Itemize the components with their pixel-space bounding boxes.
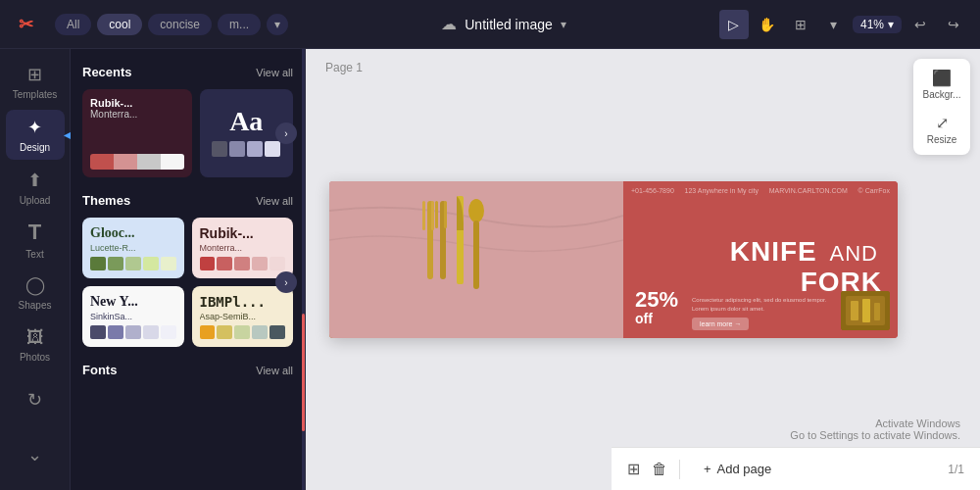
banner-discount-off: off <box>635 311 678 326</box>
grid-chevron-button[interactable]: ▾ <box>819 10 849 39</box>
page-label: Page 1 <box>325 61 363 74</box>
svg-rect-5 <box>435 201 438 228</box>
logo-button[interactable]: ✂ <box>12 11 39 38</box>
design-panel: Recents View all Rubik-... Monterra... <box>71 49 306 490</box>
bottom-divider <box>679 460 680 479</box>
svg-rect-12 <box>851 301 858 320</box>
document-title[interactable]: Untitled image <box>465 17 553 32</box>
theme-card-2[interactable]: Rubik-... Monterra... <box>192 218 294 278</box>
recents-view-all[interactable]: View all <box>256 67 293 78</box>
theme-card-1[interactable]: Glooc... Lucette-R... <box>82 218 184 278</box>
mini-swatch-4 <box>265 141 280 157</box>
theme-2-swatch-4 <box>252 257 268 270</box>
cursor-tool-button[interactable]: ▷ <box>719 10 749 39</box>
theme-1-swatch-5 <box>161 257 176 270</box>
shapes-icon: ◯ <box>25 274 45 296</box>
tag-m[interactable]: m... <box>218 14 261 35</box>
themes-header: Themes View all <box>82 193 293 208</box>
text-icon: T <box>28 220 41 245</box>
recents-title: Recents <box>82 65 132 79</box>
theme-1-swatch-4 <box>143 257 159 270</box>
recent-card-1-colors <box>90 154 184 170</box>
banner-cta: Consectetur adipiscing elit, sed do eius… <box>692 296 834 330</box>
banner-brand: MARVIN.CARLTON.COM <box>769 187 848 194</box>
banner-title-and: AND <box>830 241 878 266</box>
banner-photo-svg <box>329 181 623 338</box>
sidebar-item-design[interactable]: ✦ Design ◄ <box>6 110 65 161</box>
expand-icon: ⌄ <box>27 444 42 466</box>
design-banner[interactable]: +01-456-7890 123 Anywhere in My city MAR… <box>329 181 898 338</box>
sidebar-item-design-label: Design <box>20 142 50 153</box>
tag-cool[interactable]: cool <box>97 14 142 35</box>
canvas-toolbar: ⬛ Backgr... ⤢ Resize <box>913 59 970 155</box>
mini-swatch-1 <box>212 141 227 157</box>
redo-button[interactable]: ↪ <box>939 10 968 39</box>
sidebar-item-expand[interactable]: ⌄ <box>6 427 65 482</box>
panel-scrollbar[interactable] <box>302 49 305 490</box>
theme-3-swatch-5 <box>161 325 176 339</box>
themes-nav-right-button[interactable]: › <box>275 271 297 293</box>
themes-section: Themes View all Glooc... Lucette-R... <box>71 185 305 355</box>
theme-3-swatch-1 <box>90 325 106 339</box>
cloud-icon: ☁ <box>441 15 457 33</box>
theme-1-swatch-2 <box>108 257 123 270</box>
banner-discount-number: 25% <box>635 289 678 311</box>
topbar: ✂ All cool concise m... ▾ ☁ Untitled ima… <box>0 0 980 49</box>
recent-card-1[interactable]: Rubik-... Monterra... <box>82 89 192 177</box>
panel-scrollbar-thumb <box>302 314 305 431</box>
canvas-area: Page 1 ⬛ Backgr... ⤢ Resize <box>306 49 980 490</box>
sidebar-item-upload[interactable]: ⬆ Upload <box>6 162 65 213</box>
templates-icon: ⊞ <box>27 64 42 85</box>
themes-view-all[interactable]: View all <box>256 195 293 207</box>
hand-tool-button[interactable]: ✋ <box>753 10 782 39</box>
sidebar-item-photos-label: Photos <box>20 352 50 363</box>
title-chevron-icon[interactable]: ▾ <box>561 18 566 31</box>
zoom-control[interactable]: 41% ▾ <box>853 16 902 33</box>
sidebar-item-photos[interactable]: 🖼 Photos <box>6 319 65 370</box>
theme-2-swatch-5 <box>270 257 285 270</box>
sidebar-item-templates[interactable]: ⊞ Templates <box>6 57 65 108</box>
swatch-3 <box>137 154 161 170</box>
grid-tool-button[interactable]: ⊞ <box>786 10 815 39</box>
tag-all[interactable]: All <box>55 14 91 35</box>
recents-grid: Rubik-... Monterra... Aa <box>82 89 293 177</box>
sidebar-item-shapes[interactable]: ◯ Shapes <box>6 268 65 318</box>
banner-address: 123 Anywhere in My city <box>685 187 759 194</box>
tag-concise[interactable]: concise <box>148 14 212 35</box>
theme-2-swatch-2 <box>217 257 232 270</box>
sidebar-icons: ⊞ Templates ✦ Design ◄ ⬆ Upload T Text ◯… <box>0 49 71 490</box>
tag-more-button[interactable]: ▾ <box>267 14 288 35</box>
sidebar-item-templates-label: Templates <box>13 89 58 100</box>
design-icon: ✦ <box>27 117 42 138</box>
tag-filters: All cool concise m... ▾ <box>55 14 288 35</box>
add-page-button[interactable]: + Add page <box>692 456 783 482</box>
topbar-tools: ▷ ✋ ⊞ ▾ 41% ▾ ↩ ↪ <box>719 10 968 39</box>
sidebar-item-text[interactable]: T Text <box>6 215 65 266</box>
theme-4-colors <box>200 325 286 339</box>
undo-button[interactable]: ↩ <box>906 10 935 39</box>
theme-card-3[interactable]: New Y... SinkinSa... <box>82 286 184 347</box>
banner-social: © CarrFox <box>858 187 890 194</box>
banner-cta-button[interactable]: learn more → <box>692 318 749 330</box>
sidebar-item-text-label: Text <box>25 249 43 260</box>
theme-card-4[interactable]: IBMPl... Asap-SemiB... <box>192 286 294 347</box>
banner-text-area: +01-456-7890 123 Anywhere in My city MAR… <box>623 181 898 338</box>
theme-1-swatch-1 <box>90 257 106 270</box>
background-tool-button[interactable]: ⬛ Backgr... <box>917 63 966 106</box>
design-canvas: +01-456-7890 123 Anywhere in My city MAR… <box>325 88 902 431</box>
resize-tool-button[interactable]: ⤢ Resize <box>917 108 966 151</box>
grid-view-icon[interactable]: ⊞ <box>627 460 640 478</box>
sidebar-bottom-controls: ↻ ⌄ <box>6 372 65 482</box>
banner-title-line1: KNIFE <box>730 236 817 267</box>
recents-nav-right-button[interactable]: › <box>275 122 297 144</box>
theme-4-swatch-3 <box>234 325 250 339</box>
theme-4-swatch-4 <box>252 325 268 339</box>
swatch-4 <box>161 154 184 170</box>
delete-icon[interactable]: 🗑 <box>652 461 667 478</box>
sidebar-item-refresh[interactable]: ↻ <box>6 372 65 427</box>
fonts-view-all[interactable]: View all <box>256 365 293 376</box>
theme-2-swatch-1 <box>200 257 216 270</box>
zoom-chevron-icon: ▾ <box>888 18 894 31</box>
theme-2-swatch-3 <box>234 257 250 270</box>
svg-rect-13 <box>862 299 870 322</box>
